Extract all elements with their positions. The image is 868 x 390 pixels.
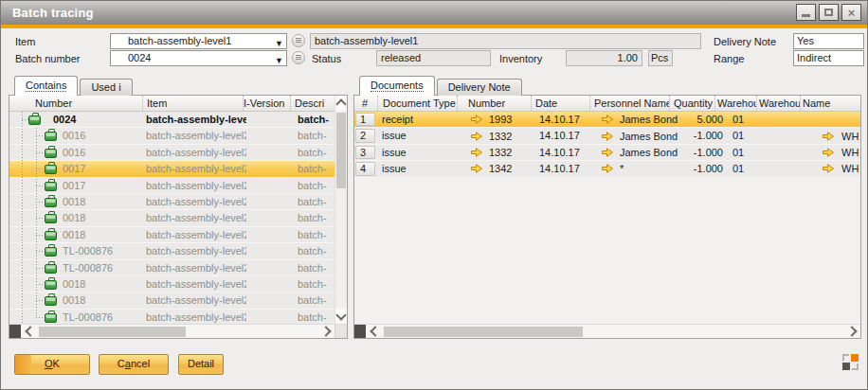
tree-row[interactable]: 0024batch-assembly-level1batch- xyxy=(9,112,335,128)
close-button[interactable]: × xyxy=(841,4,861,21)
document-number-cell: 1332 xyxy=(461,128,535,143)
tree-row[interactable]: 0018batch-assembly-level2batch- xyxy=(9,210,335,226)
document-type-cell: issue xyxy=(377,128,461,143)
window-controls: × xyxy=(796,4,861,21)
link-arrow-icon[interactable] xyxy=(602,115,613,124)
document-number-text: 1332 xyxy=(489,147,512,158)
column-header-item[interactable]: Item xyxy=(142,96,243,111)
scroll-right-button[interactable] xyxy=(318,325,335,338)
document-type-cell: receipt xyxy=(377,112,461,127)
link-arrow-icon[interactable] xyxy=(602,148,613,157)
column-header-date[interactable]: Date xyxy=(531,96,589,111)
vertical-scrollbar[interactable] xyxy=(335,96,347,324)
column-header-document-type[interactable]: Document Type xyxy=(377,96,457,111)
minimize-button[interactable] xyxy=(796,4,816,21)
tab-contains[interactable]: Contains xyxy=(14,76,78,96)
expand-corner-br xyxy=(852,363,859,370)
link-arrow-icon[interactable] xyxy=(823,164,834,173)
horizontal-scroll-thumb[interactable] xyxy=(384,327,583,337)
iversion-cell xyxy=(246,243,294,258)
description-cell: batch- xyxy=(294,178,335,193)
column-header-quantity[interactable]: Quantity xyxy=(669,96,714,111)
horizontal-scroll-thumb[interactable] xyxy=(39,327,186,337)
row-number-cell[interactable]: 3 xyxy=(354,145,377,160)
tab-documents[interactable]: Documents xyxy=(359,76,435,96)
link-arrow-icon[interactable] xyxy=(823,132,834,141)
delivery-note-field[interactable]: Yes xyxy=(793,33,864,49)
vertical-scroll-thumb[interactable] xyxy=(336,113,346,188)
column-header-number[interactable]: Number xyxy=(9,96,142,111)
maximize-button[interactable] xyxy=(819,4,839,21)
tree-number-cell: 0018 xyxy=(9,276,142,292)
tree-row[interactable]: 0018batch-assembly-level2batch- xyxy=(9,276,335,292)
column-header-i-version[interactable]: I-Version xyxy=(243,96,290,111)
link-arrow-icon[interactable] xyxy=(471,115,482,124)
horizontal-scrollbar[interactable] xyxy=(9,324,335,338)
column-header-name[interactable]: Name xyxy=(800,96,860,111)
batch-number-combo[interactable]: 0024 ▼ xyxy=(110,50,287,66)
row-number-cell[interactable]: 2 xyxy=(354,128,377,143)
column-header-warehous[interactable]: Warehous xyxy=(714,96,756,111)
link-arrow-icon[interactable] xyxy=(602,164,613,173)
column-header-descri[interactable]: Descri xyxy=(290,96,335,111)
row-number-cell[interactable]: 1 xyxy=(354,112,377,127)
row-number-button[interactable]: 2 xyxy=(355,129,375,142)
cancel-button[interactable]: Cancel xyxy=(99,354,169,375)
tree-row[interactable]: 0017batch-assembly-level2batch- xyxy=(9,161,335,177)
document-number-text: 1993 xyxy=(489,114,512,125)
row-number-cell[interactable]: 4 xyxy=(354,161,377,176)
link-arrow-icon[interactable] xyxy=(471,148,482,157)
detail-button[interactable]: Detail xyxy=(178,354,224,375)
range-field[interactable]: Indirect xyxy=(793,50,864,66)
batch-icon xyxy=(45,280,57,290)
horizontal-scrollbar[interactable] xyxy=(354,324,860,338)
scroll-right-button[interactable] xyxy=(844,325,860,338)
tree-row[interactable]: 0018batch-assembly-level2batch- xyxy=(9,194,335,210)
document-row[interactable]: 1receipt199314.10.17James Bonds5.00001 xyxy=(354,112,860,128)
document-row[interactable]: 4issue134214.10.17*-1.00001WH xyxy=(354,161,860,177)
item-choose-list-icon[interactable] xyxy=(292,34,305,47)
scroll-up-button[interactable] xyxy=(335,96,347,111)
column-header-personnel-name[interactable]: Personnel Name xyxy=(589,96,669,111)
batch-number-text: 0017 xyxy=(63,161,85,176)
item-dropdown-icon[interactable]: ▼ xyxy=(275,37,283,49)
column-header-number[interactable]: Number xyxy=(457,96,531,111)
document-row[interactable]: 2issue133214.10.17James Bonds-1.00001WH xyxy=(354,128,860,144)
tree-row[interactable]: 0016batch-assembly-level2batch- xyxy=(9,128,335,144)
batch-number-choose-list-icon[interactable] xyxy=(292,51,305,64)
document-number-text: 1342 xyxy=(489,163,512,174)
row-number-button[interactable]: 3 xyxy=(355,146,375,159)
link-arrow-icon[interactable] xyxy=(602,132,613,141)
iversion-cell xyxy=(246,161,294,176)
row-number-button[interactable]: 4 xyxy=(355,162,375,175)
item-link-arrow-icon[interactable] xyxy=(113,37,124,46)
row-number-button[interactable]: 1 xyxy=(355,113,375,126)
scroll-left-button[interactable] xyxy=(366,325,382,338)
tree-row[interactable]: 0016batch-assembly-level2batch- xyxy=(9,145,335,161)
range-label: Range xyxy=(714,51,744,66)
scroll-left-button[interactable] xyxy=(21,325,37,338)
item-value: batch-assembly-level1 xyxy=(128,34,231,48)
tree-row[interactable]: TL-000876batch-assembly-level2batch- xyxy=(9,310,335,324)
link-arrow-icon[interactable] xyxy=(823,148,834,157)
tree-row[interactable]: 0017batch-assembly-level2batch- xyxy=(9,178,335,194)
column-header--[interactable]: # xyxy=(354,96,377,111)
tree-row[interactable]: 0018batch-assembly-level2batch- xyxy=(9,292,335,309)
tree-number-cell: 0018 xyxy=(9,194,142,209)
column-header-warehous[interactable]: Warehous xyxy=(756,96,800,111)
item-cell: batch-assembly-level2 xyxy=(142,292,246,308)
tree-row[interactable]: 0018batch-assembly-level2batch- xyxy=(9,227,335,243)
document-row[interactable]: 3issue133214.10.17James Bonds-1.00001WH xyxy=(354,145,860,161)
batch-number-dropdown-icon[interactable]: ▼ xyxy=(275,54,283,66)
expand-form-icon[interactable] xyxy=(842,354,859,370)
item-combo[interactable]: batch-assembly-level1 ▼ xyxy=(110,33,287,49)
batch-number-link-arrow-icon[interactable] xyxy=(113,54,124,63)
link-arrow-icon[interactable] xyxy=(471,132,482,141)
scroll-down-button[interactable] xyxy=(335,309,347,324)
tree-row[interactable]: TL-000876batch-assembly-level2batch- xyxy=(9,260,335,276)
ok-button[interactable]: OK xyxy=(14,354,90,375)
link-arrow-icon[interactable] xyxy=(471,164,482,173)
tab-used-i[interactable]: Used i xyxy=(80,79,132,96)
tab-delivery-note[interactable]: Delivery Note xyxy=(437,79,522,96)
tree-row[interactable]: TL-000876batch-assembly-level2batch- xyxy=(9,243,335,259)
